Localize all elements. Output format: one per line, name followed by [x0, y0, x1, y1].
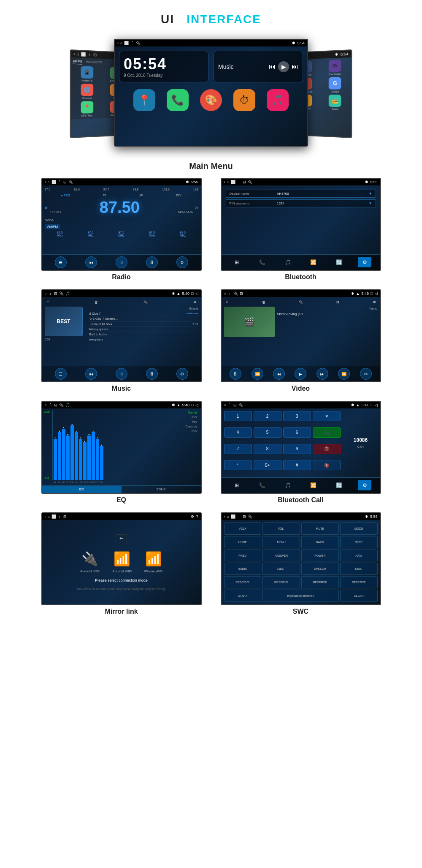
- swc-label: SWC: [293, 608, 308, 615]
- mirror-body: ⬅ 🔌 Android USB 📶 Android WiFi 📶: [42, 520, 201, 604]
- playlist-item-1: S Club 7 a little love: [89, 311, 198, 316]
- btcall-screen: ○⋮⊟🔌 ✱▲5:41□◁ 1 2 3 ✕ 4 5 6 📞 7 8: [221, 401, 381, 494]
- video-info: iNand Sistar-Loving (10: [277, 307, 378, 354]
- btcall-status-bar: ○⋮⊟🔌 ✱▲5:41□◁: [222, 402, 380, 408]
- eq-bars-area: +7dB -7dB ● ● ● ● ● ●: [44, 410, 172, 484]
- btcall-bottom-bar: ⊞ 📞 🎵 🔀 🔄 ⚙: [222, 477, 380, 493]
- app-gps: 📍 GPS Test.: [73, 101, 101, 117]
- video-screen-item: ○⋮🔌⊟ ✱▲5:49□◁ ✂ 🗑 🔌 ⊟ 🖥 🎬 iNand: [217, 289, 384, 392]
- eq-screen: ○⋮⊟🔌🎵 ✱▲5:40□◁ +7dB -7dB ●: [41, 401, 202, 494]
- bt-status-bar: ‹⌂⬜⋮⊟🔌 ✱5:55: [222, 179, 380, 185]
- radio-status-bar: ‹⌂⬜⋮⊟🔌 ✱5:55: [42, 179, 201, 185]
- playlist-item-3: ♪ Bring It All Back 3:33: [89, 322, 198, 327]
- video-body: ✂ 🗑 🔌 ⊟ 🖥 🎬 iNand Sistar-Loving (10: [222, 297, 380, 366]
- btcall-info: 10086 0:04: [344, 411, 378, 475]
- screens-grid: ‹⌂⬜⋮⊟🔌 ✱5:55 87.591.695.799.8103.9108 ● …: [38, 178, 384, 615]
- main-menu-label: Main Menu: [189, 161, 233, 171]
- eq-container: +7dB -7dB ● ● ● ● ● ●: [44, 410, 199, 484]
- video-status-bar: ○⋮🔌⊟ ✱▲5:49□◁: [222, 290, 380, 297]
- eq-status-bar: ○⋮⊟🔌🎵 ✱▲5:40□◁: [42, 402, 201, 408]
- music-status-bar: ○⋮⊟🔌🎵 ✱▲5:40□◁: [42, 290, 201, 297]
- playlist-item-4: britney spears...: [89, 327, 198, 332]
- radio-label: Radio: [112, 273, 130, 281]
- page-title: UI INTERFACE: [161, 13, 261, 26]
- bt-device-name-row: Device name AK4700 ▼: [226, 190, 376, 198]
- music-content: BEST 0:02 iNand S Club 7 a little love: [45, 307, 198, 366]
- btcall-keypad: 1 2 3 ✕ 4 5 6 📞 7 8 9 📵 * 0+ #: [224, 411, 341, 475]
- playlist-item-2: ⊙ S Club 7 Greates...: [89, 316, 198, 322]
- eq-body: +7dB -7dB ● ● ● ● ● ●: [42, 408, 201, 485]
- swc-screen-item: ‹⌂⬜⋮⊟🔌 ✱5:56 VOL+ VOL- MUTE MODE HOME ME…: [217, 512, 384, 615]
- music-time: 0:02: [45, 338, 87, 341]
- swc-body: VOL+ VOL- MUTE MODE HOME MENU BACK NEXT …: [222, 520, 380, 604]
- video-label: Video: [292, 385, 310, 392]
- mirror-content: ⬅ 🔌 Android USB 📶 Android WiFi 📶: [45, 522, 198, 602]
- center-screen: ‹⌂⬜⋮🔌 ✱ 5:54 05:54 9 Oct. 2018 Tuesday: [114, 39, 308, 147]
- album-art: BEST: [45, 307, 83, 336]
- app-androits: 📱 AndroiTS: [73, 66, 101, 82]
- music-playlist: iNand S Club 7 a little love ⊙ S Club 7 …: [89, 307, 198, 366]
- radio-body: 87.591.695.799.8103.9108 ● REG TA AF PTY…: [42, 185, 201, 254]
- radio-screen: ‹⌂⬜⋮⊟🔌 ✱5:55 87.591.695.799.8103.9108 ● …: [41, 178, 202, 271]
- app-chrome: 🌐 Chrome: [73, 84, 101, 100]
- music-screen: ○⋮⊟🔌🎵 ✱▲5:40□◁ ☰ 🗑 🔌 🖥 BEST: [41, 289, 202, 382]
- center-status-bar: ‹⌂⬜⋮🔌 ✱ 5:54: [115, 40, 307, 46]
- eq-tabs: EQ ZONE: [42, 485, 201, 493]
- video-screen: ○⋮🔌⊟ ✱▲5:49□◁ ✂ 🗑 🔌 ⊟ 🖥 🎬 iNand: [221, 289, 381, 382]
- mirror-label: Mirror link: [105, 608, 138, 615]
- video-thumbnail: 🎬: [224, 307, 275, 337]
- radio-controls: ☰ ⏮ ⏸ 🎚 ⚙: [42, 254, 201, 270]
- mirror-android-usb: 🔌 Android USB: [80, 551, 100, 573]
- mirror-icons-row: 🔌 Android USB 📶 Android WiFi 📶 iPhone Wi…: [80, 551, 162, 573]
- bt-bottom-bar: ⊞ 📞 🎵 🔀 🔄 ⚙: [222, 254, 380, 270]
- mirror-status-bar: ‹⌂⬜⋮⊟ ⚙?: [42, 513, 201, 520]
- eq-label: EQ: [116, 496, 126, 504]
- mirror-screen-item: ‹⌂⬜⋮⊟ ⚙? ⬅ 🔌 Android USB 📶: [38, 512, 205, 615]
- mirror-screen: ‹⌂⬜⋮⊟ ⚙? ⬅ 🔌 Android USB 📶: [41, 512, 202, 605]
- swc-status-bar: ‹⌂⬜⋮⊟🔌 ✱5:56: [222, 513, 380, 520]
- swc-grid: VOL+ VOL- MUTE MODE HOME MENU BACK NEXT …: [224, 522, 378, 602]
- music-screen-item: ○⋮⊟🔌🎵 ✱▲5:40□◁ ☰ 🗑 🔌 🖥 BEST: [38, 289, 205, 392]
- btcall-screen-item: ○⋮⊟🔌 ✱▲5:41□◁ 1 2 3 ✕ 4 5 6 📞 7 8: [217, 401, 384, 504]
- bluetooth-label: Bluetooth: [285, 273, 316, 281]
- swc-screen: ‹⌂⬜⋮⊟🔌 ✱5:56 VOL+ VOL- MUTE MODE HOME ME…: [221, 512, 381, 605]
- bt-body: Device name AK4700 ▼ PIN password 1234 ▼: [222, 185, 380, 254]
- eq-screen-item: ○⋮⊟🔌🎵 ✱▲5:40□◁ +7dB -7dB ●: [38, 401, 205, 504]
- bt-pin-row: PIN password 1234 ▼: [226, 199, 376, 207]
- main-menu-section: ‹⌂⬜⋮⊟ ✱5:54 APPS WIDGETS 📱 AndroiTS: [46, 35, 376, 153]
- music-label: Music: [112, 385, 131, 392]
- mirror-iphone-wifi: 📶 iPhone WiFi: [144, 551, 162, 573]
- btcall-container: 1 2 3 ✕ 4 5 6 📞 7 8 9 📵 * 0+ #: [224, 411, 378, 475]
- video-controls: 🎚 ⏪ ⏮ ▶ ⏭ ⏩ ✂: [222, 366, 380, 381]
- playlist-item-5: Built to last-m...: [89, 332, 198, 337]
- eq-presets: Normal Jazz Pop Classical Rock: [174, 410, 199, 484]
- radio-freq-bar: 87.591.695.799.8103.9108: [45, 188, 198, 192]
- radio-screen-item: ‹⌂⬜⋮⊟🔌 ✱5:55 87.591.695.799.8103.9108 ● …: [38, 178, 205, 281]
- btcall-label: Bluetooth Call: [278, 496, 323, 504]
- playlist-item-6: everybody: [89, 337, 198, 342]
- music-controls: ☰ ⏮ ⏸ 🎚 ⚙: [42, 366, 201, 381]
- mirror-android-wifi: 📶 Android WiFi: [112, 551, 132, 573]
- btcall-body: 1 2 3 ✕ 4 5 6 📞 7 8 9 📵 * 0+ #: [222, 408, 380, 477]
- bluetooth-screen-item: ‹⌂⬜⋮⊟🔌 ✱5:55 Device name AK4700 ▼ PIN pa…: [217, 178, 384, 281]
- bluetooth-screen: ‹⌂⬜⋮⊟🔌 ✱5:55 Device name AK4700 ▼ PIN pa…: [221, 178, 381, 271]
- music-left: BEST 0:02: [45, 307, 87, 366]
- music-body: ☰ 🗑 🔌 🖥 BEST 0:02 iNand: [42, 297, 201, 366]
